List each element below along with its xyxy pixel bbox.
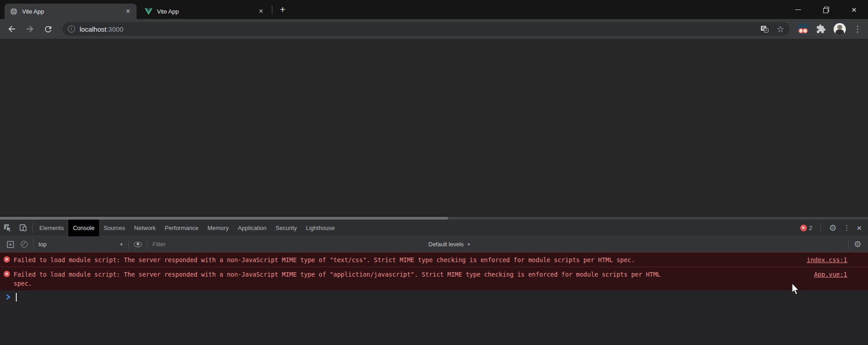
device-toolbar-icon [19,223,28,232]
url-text[interactable]: localhost:3000 [80,25,755,33]
close-icon: × [851,5,856,14]
extension-avatar-icon[interactable] [798,24,808,34]
minimize-button[interactable] [784,0,812,19]
console-toolbar: top ▼ Default levels ▼ ⚙ [0,236,868,252]
tab-divider [272,5,272,14]
site-info-icon[interactable]: i [68,25,75,33]
back-button[interactable] [6,24,17,34]
browser-menu-icon[interactable]: ⋮ [854,25,862,33]
error-count: 2 [809,225,812,231]
error-icon: ✕ [800,225,807,231]
address-bar[interactable]: i localhost:3000 G ☆ [62,22,790,36]
live-expression-button[interactable] [131,239,145,250]
window-controls: × [784,0,868,19]
inspect-element-button[interactable] [0,220,15,236]
tab-strip: Vite App × Vite App × + × [0,0,868,19]
console-error-row[interactable]: ✕ Failed to load module script: The serv… [0,252,868,267]
devtools-tab-application[interactable]: Application [233,220,271,236]
chevron-down-icon: ▼ [467,242,471,247]
tab-close-icon[interactable]: × [257,7,265,15]
reload-icon [43,24,53,34]
forward-button[interactable] [24,24,35,34]
extensions-puzzle-icon[interactable] [816,24,826,34]
console-prompt[interactable] [0,290,868,304]
console-filter-input[interactable] [152,241,333,248]
browser-tab-inactive[interactable]: Vite App × [139,4,270,19]
url-port: :3000 [106,25,123,33]
error-message: Failed to load module script: The server… [14,270,669,288]
error-message: Failed to load module script: The server… [14,255,669,264]
eye-icon [134,242,142,247]
reload-button[interactable] [43,24,53,34]
profile-avatar[interactable] [834,23,846,35]
mouse-cursor [791,283,801,295]
devtools-tabbar: Elements Console Sources Network Perform… [0,220,868,236]
url-host: localhost [80,25,106,33]
devtools-tab-memory[interactable]: Memory [203,220,233,236]
clear-console-button[interactable] [17,239,31,250]
clear-console-icon [21,241,28,248]
divider [33,223,33,233]
devtools-tab-lighthouse[interactable]: Lighthouse [301,220,339,236]
device-toolbar-button[interactable] [15,220,31,236]
browser-tab-active[interactable]: Vite App × [5,4,137,19]
console-prompt-chevron-icon [6,294,10,300]
console-error-row[interactable]: ✕ Failed to load module script: The serv… [0,267,868,290]
console-settings-button[interactable]: ⚙ [851,239,864,250]
translate-icon[interactable]: G [761,26,768,33]
error-source-link[interactable]: App.vue:1 [814,270,847,279]
error-count-badge[interactable]: ✕ 2 [800,225,812,231]
divider [821,223,821,233]
divider [848,239,849,250]
console-drawer-icon [6,240,14,249]
vue-logo-icon [145,8,152,15]
devtools-tab-security[interactable]: Security [271,220,301,236]
console-drawer-button[interactable] [4,239,17,250]
error-source-link[interactable]: index.css:1 [807,255,847,264]
tab-close-icon[interactable]: × [124,7,132,15]
bookmark-star-icon[interactable]: ☆ [777,25,784,34]
browser-window: Vite App × Vite App × + × [0,0,868,345]
javascript-context-dropdown[interactable]: top ▼ [36,241,126,248]
restore-icon [823,7,829,12]
divider [147,239,147,250]
error-icon: ✕ [4,256,10,263]
back-icon [7,24,17,34]
log-levels-dropdown[interactable]: Default levels ▼ [428,241,471,248]
new-tab-button[interactable]: + [277,4,289,16]
devtools-tab-performance[interactable]: Performance [160,220,203,236]
context-label: top [38,241,47,248]
forward-icon [25,24,35,34]
text-caret [16,293,17,302]
minimize-icon [795,10,801,10]
restore-button[interactable] [812,0,840,19]
chevron-down-icon: ▼ [119,242,123,247]
devtools-menu-icon[interactable]: ⋮ [843,224,850,231]
devtools-settings-gear-icon[interactable]: ⚙ [829,224,837,232]
browser-toolbar: i localhost:3000 G ☆ ⋮ [0,19,868,39]
console-messages: ✕ Failed to load module script: The serv… [0,252,868,345]
inspect-cursor-icon [3,223,12,232]
close-window-button[interactable]: × [840,0,868,19]
divider [128,239,129,250]
gear-icon: ⚙ [854,240,861,249]
globe-icon [10,8,18,15]
error-icon: ✕ [4,271,10,277]
devtools-tab-elements[interactable]: Elements [35,220,68,236]
devtools-tab-console[interactable]: Console [68,220,99,236]
divider [33,239,33,250]
devtools-close-icon[interactable]: × [857,224,862,232]
devtools-panel: Elements Console Sources Network Perform… [0,220,868,345]
devtools-tab-sources[interactable]: Sources [99,220,130,236]
levels-label: Default levels [428,241,464,248]
tab-title: Vite App [157,8,257,15]
page-viewport [0,39,868,217]
devtools-tab-network[interactable]: Network [130,220,161,236]
tab-title: Vite App [22,8,124,15]
